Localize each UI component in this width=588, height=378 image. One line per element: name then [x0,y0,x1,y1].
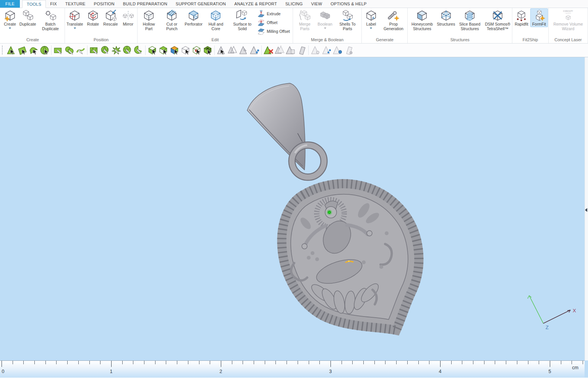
button-label: Structures [437,22,455,27]
tab-support-generation[interactable]: SUPPORT GENERATION [172,0,230,8]
copy-marked-icon[interactable] [285,45,296,56]
dropdown-caret-icon [74,27,76,29]
mark-connected-icon[interactable] [249,45,260,56]
ribbon-group-label: Concept Laser [549,37,587,43]
tab-build-preparation[interactable]: BUILD PREPARATION [119,0,172,8]
perforator-icon [187,9,200,22]
pie-mark-triangles-icon[interactable] [122,45,133,56]
formfit-button[interactable]: FormFit [530,8,548,27]
tab-tools[interactable]: TOOLS [22,0,46,8]
ruler-major-ticks [0,361,585,367]
mirror-button[interactable]: Mirror [119,8,137,27]
tab-slicing[interactable]: SLICING [281,0,307,8]
scene-canvas[interactable]: X Z [0,57,588,378]
merge-parts-button[interactable]: Merge Parts [293,8,316,31]
cut-or-punch-button[interactable]: Cut or Punch [160,8,184,31]
structures-button[interactable]: Structures [436,8,456,27]
button-label: Boolean [317,22,332,27]
shrink-marked-icon[interactable] [238,45,249,56]
slice-based-structures-button[interactable]: Slice Based Structures [456,8,484,31]
button-label: Prop Generation [381,22,406,31]
polygon-mark-triangles-icon[interactable] [111,45,122,56]
boolean-button[interactable]: Boolean [316,8,334,29]
tab-options-help[interactable]: OPTIONS & HELP [326,0,371,8]
mark-surfaces-icon[interactable] [28,45,39,56]
shells-to-parts-button[interactable]: Shells To Parts [334,8,361,31]
offset-icon [258,19,265,26]
milling-offset-button[interactable]: Milling Offset [258,27,290,35]
extrude-button[interactable]: Extrude [258,10,290,17]
invert-marked-icon[interactable] [274,45,285,56]
batch-duplicate-button[interactable]: Batch Duplicate [37,8,64,31]
unmark-shell-icon[interactable] [180,45,191,56]
circle-mark-triangles-icon[interactable] [100,45,111,56]
button-label: Remove Volume Wizard [550,22,586,31]
mark-shell-top-icon[interactable] [147,45,158,56]
pendant-model[interactable] [247,83,419,330]
ruler-label: 0 [2,369,5,374]
rapidfit-button[interactable]: Rapidfit [513,8,530,27]
translate-button[interactable]: Translate [65,8,84,29]
ribbon-group-position: Translate Rotate Rescale [65,8,138,43]
mark-shell-visible-icon[interactable] [158,45,169,56]
filter-plane-icon[interactable] [343,45,354,56]
dsm-somos-tetrashell-button[interactable]: DSM Somos® TetraShell™ [484,8,512,31]
prop-generation-button[interactable]: Prop Generation [380,8,407,31]
tab-texture[interactable]: TEXTURE [61,0,90,8]
expand-marked-icon[interactable] [227,45,238,56]
rescale-button[interactable]: Rescale [102,8,119,27]
tab-position[interactable]: POSITION [90,0,119,8]
tab-analyze-report[interactable]: ANALYZE & REPORT [230,0,281,8]
window-mark-triangles-icon[interactable] [89,45,100,56]
hollow-part-button[interactable]: Hollow Part [138,8,160,31]
rectangle-marking-icon[interactable] [53,45,64,56]
hull-and-core-icon [209,9,222,22]
mark-core-icon[interactable] [191,45,202,56]
surface-to-solid-button[interactable]: Surface to Solid [228,8,256,31]
filter-ball-icon[interactable] [332,45,343,56]
tab-view[interactable]: VIEW [307,0,326,8]
ruler-label: 4 [439,369,442,374]
arc-mark-triangles-icon[interactable] [133,45,144,56]
button-label: Surface to Solid [230,22,255,31]
honeycomb-structures-button[interactable]: Honeycomb Structures [408,8,436,31]
menu-bar: FILE TOOLS FIX TEXTURE POSITION BUILD PR… [0,0,588,8]
rotate-button[interactable]: Rotate [84,8,102,27]
ruler-label: 3 [329,369,332,374]
move-marked-plane-icon[interactable] [296,45,307,56]
hull-and-core-button[interactable]: Hull and Core [203,8,229,31]
toolbar-separator [261,45,262,55]
mark-shells-icon[interactable] [39,45,50,56]
ruler-label: 1 [110,369,113,374]
circle-marking-icon[interactable] [64,45,75,56]
mark-colored-shell-icon[interactable] [169,45,180,56]
viewport-3d[interactable]: X Z 0 1 2 3 4 5 cm [0,57,588,378]
offset-button[interactable]: Offset [258,19,290,26]
right-panel-collapsed [585,57,588,360]
perforator-button[interactable]: Perforator [184,8,203,27]
duplicate-button[interactable]: Duplicate [19,8,37,27]
freeform-marking-icon[interactable] [75,45,86,56]
filter-connected-icon[interactable] [321,45,332,56]
button-label: Perforator [185,22,202,27]
toolbar-grip-handle[interactable] [2,46,3,55]
mark-cavity-icon[interactable] [202,45,213,56]
dsm-somos-tetrashell-icon [491,9,504,22]
tab-file[interactable]: FILE [0,0,20,8]
mark-triangles-icon[interactable] [6,45,17,56]
remove-volume-wizard-button[interactable]: CONCEPT LASER Remove Volume Wizard [549,8,587,31]
panel-expand-handle-icon[interactable] [585,208,587,212]
filter-sharp-triangles-icon[interactable] [310,45,321,56]
unmark-triangle-icon[interactable] [216,45,227,56]
mark-planes-icon[interactable] [17,45,28,56]
label-button[interactable]: A Label [362,8,380,29]
ribbon-group-concept-laser: CONCEPT LASER Remove Volume Wizard Conce… [549,8,588,43]
svg-text:LASER: LASER [565,12,571,14]
remove-volume-wizard-icon: CONCEPT LASER [560,9,577,22]
delete-marked-triangles-icon[interactable] [263,45,274,56]
tab-fix[interactable]: FIX [46,0,61,8]
create-button[interactable]: Create [1,8,19,29]
button-label: Merge Parts [295,22,315,31]
ribbon-group-edit: Hollow Part Cut or Punch Perforator [138,8,293,43]
button-label: Honeycomb Structures [409,22,435,31]
